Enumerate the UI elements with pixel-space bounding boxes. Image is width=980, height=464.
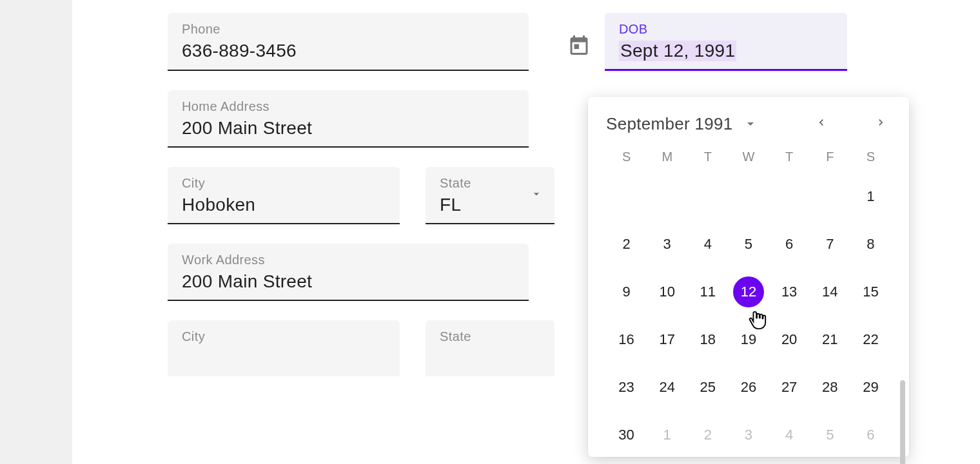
calendar-day[interactable]: 21 [814,324,845,355]
row-phone-dob: Phone 636-889-3456 DOB Sept 12, 1991 [77,13,980,71]
phone-field[interactable]: Phone 636-889-3456 [168,13,529,71]
work-address-field[interactable]: Work Address 200 Main Street [168,244,529,301]
briefcase-icon-cell [77,244,142,293]
calendar-day[interactable]: 16 [611,324,642,355]
calendar-day[interactable]: 9 [611,276,642,307]
dob-field[interactable]: DOB Sept 12, 1991 [605,13,847,71]
calendar-day[interactable]: 23 [611,372,642,403]
calendar-dropdown-icon [743,116,758,131]
city-label-2: City [182,329,386,344]
calendar-grid: SMTWTFS123456789101112131415161718192021… [606,150,891,450]
state-label: State [440,176,540,191]
calendar-header: September 1991 [606,112,891,135]
dob-label: DOB [619,22,833,37]
city-label: City [182,176,386,191]
calendar-day[interactable]: 22 [855,324,886,355]
calendar-day[interactable]: 15 [855,276,886,307]
phone-label: Phone [182,22,514,37]
calendar-day[interactable]: 3 [652,229,683,260]
calendar-next-button[interactable] [870,112,891,135]
calendar-day[interactable]: 19 [733,324,764,355]
phone-value: 636-889-3456 [182,41,514,61]
calendar-day[interactable]: 8 [855,229,886,260]
state-field-2[interactable]: State [426,320,554,376]
calendar-dow: T [769,150,810,164]
calendar-day[interactable]: 4 [692,229,723,260]
calendar-popup: September 1991 SMTWTFS123456789101112131… [588,97,909,457]
calendar-month-selector[interactable]: September 1991 [606,114,811,134]
sidebar-divider [72,0,77,464]
calendar-day[interactable]: 11 [692,276,723,307]
calendar-day[interactable]: 13 [774,276,805,307]
calendar-day[interactable]: 17 [652,324,683,355]
home-address-value: 200 Main Street [182,118,514,139]
calendar-day-next-month[interactable]: 5 [814,420,845,450]
calendar-day-next-month[interactable]: 6 [855,420,886,450]
calendar-prev-button[interactable] [811,112,832,135]
calendar-day[interactable]: 12 [733,276,764,307]
calendar-day-next-month[interactable]: 2 [692,420,723,450]
calendar-dow: F [810,150,850,164]
calendar-dow: S [850,150,891,164]
calendar-day[interactable]: 30 [611,420,642,450]
calendar-day[interactable]: 14 [814,276,845,307]
phone-icon-cell [77,13,142,62]
sidebar-strip [0,0,72,464]
calendar-day[interactable]: 24 [652,372,683,403]
calendar-day[interactable]: 26 [733,372,764,403]
calendar-day-next-month[interactable]: 1 [652,420,683,450]
calendar-scrollbar[interactable] [900,380,905,464]
calendar-day[interactable]: 1 [855,181,886,212]
location-icon-cell [77,90,142,139]
calendar-dow: T [687,150,728,164]
home-address-field[interactable]: Home Address 200 Main Street [168,90,529,148]
calendar-day[interactable]: 28 [814,372,845,403]
work-address-value: 200 Main Street [182,271,514,292]
calendar-title: September 1991 [606,114,732,134]
home-address-label: Home Address [182,99,514,114]
city-field[interactable]: City Hoboken [168,167,400,224]
city-value: Hoboken [182,195,386,215]
calendar-day[interactable]: 5 [733,229,764,260]
state-label-2: State [440,329,540,344]
city-field-2[interactable]: City [168,320,400,376]
calendar-dow: S [606,150,647,164]
calendar-day[interactable]: 27 [774,372,805,403]
work-address-label: Work Address [182,253,514,267]
calendar-day[interactable]: 29 [855,372,886,403]
calendar-day-next-month[interactable]: 4 [774,420,805,450]
dob-value: Sept 12, 1991 [619,41,736,61]
state-dropdown-icon[interactable] [530,188,543,203]
calendar-day[interactable]: 10 [652,276,683,307]
calendar-day[interactable]: 7 [814,229,845,260]
calendar-day[interactable]: 2 [611,229,642,260]
calendar-day[interactable]: 20 [774,324,805,355]
calendar-day-next-month[interactable]: 3 [733,420,764,450]
calendar-icon-cell [567,13,591,59]
calendar-dow: M [647,150,687,164]
calendar-day[interactable]: 25 [692,372,723,403]
state-value: FL [440,195,540,215]
calendar-icon [567,34,591,57]
calendar-day[interactable]: 6 [774,229,805,260]
calendar-nav [811,112,891,135]
state-field[interactable]: State FL [426,167,554,224]
calendar-day[interactable]: 18 [692,324,723,355]
calendar-dow: W [728,150,769,164]
